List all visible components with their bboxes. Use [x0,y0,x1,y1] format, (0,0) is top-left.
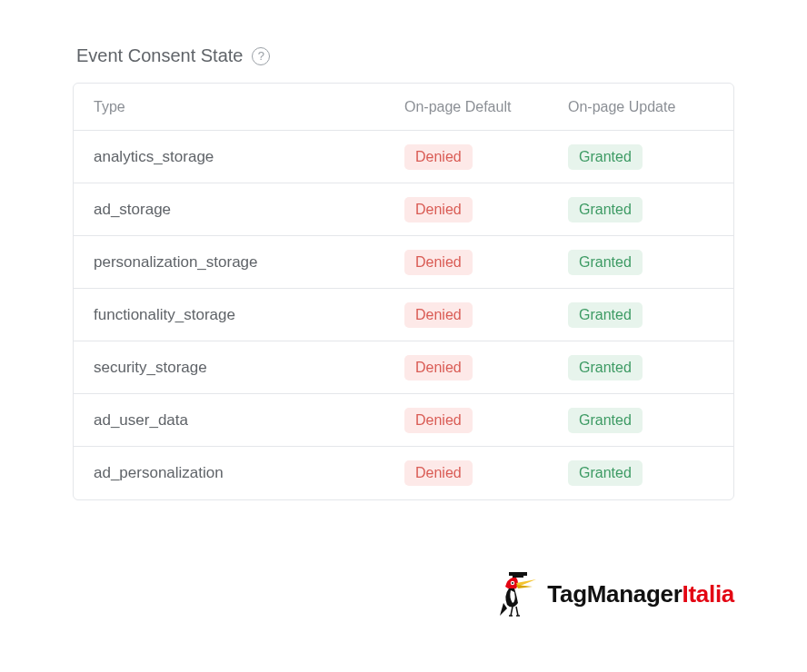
status-badge-granted: Granted [568,144,643,170]
column-header-default: On-page Default [404,99,568,115]
svg-rect-1 [513,572,523,578]
consent-default-cell: Denied [404,144,568,170]
status-badge-denied: Denied [404,302,473,328]
consent-default-cell: Denied [404,355,568,380]
consent-update-cell: Granted [568,460,713,486]
status-badge-denied: Denied [404,197,473,222]
section-title: Event Consent State [76,45,243,66]
consent-type: analytics_storage [94,148,404,166]
consent-update-cell: Granted [568,302,713,328]
column-header-update: On-page Update [568,99,713,115]
brand-logo: TagManagerItalia [500,570,734,618]
consent-table: Type On-page Default On-page Update anal… [73,83,734,500]
consent-update-cell: Granted [568,408,713,433]
consent-update-cell: Granted [568,250,713,275]
svg-point-3 [512,582,513,584]
brand-text-part1: TagManager [547,580,682,608]
table-row: personalization_storage Denied Granted [74,236,733,289]
status-badge-denied: Denied [404,144,473,170]
table-row: security_storage Denied Granted [74,341,733,394]
table-row: ad_personalization Denied Granted [74,447,733,499]
table-row: ad_storage Denied Granted [74,183,733,236]
status-badge-denied: Denied [404,250,473,275]
table-row: analytics_storage Denied Granted [74,131,733,183]
consent-default-cell: Denied [404,302,568,328]
column-header-type: Type [94,99,404,115]
consent-update-cell: Granted [568,355,713,380]
status-badge-granted: Granted [568,302,643,328]
consent-type: ad_personalization [94,464,404,482]
consent-default-cell: Denied [404,250,568,275]
status-badge-granted: Granted [568,460,643,486]
consent-type: functionality_storage [94,306,404,324]
consent-default-cell: Denied [404,460,568,486]
status-badge-granted: Granted [568,408,643,433]
consent-type: ad_storage [94,201,404,219]
consent-update-cell: Granted [568,144,713,170]
help-icon[interactable]: ? [252,47,270,65]
table-header-row: Type On-page Default On-page Update [74,84,733,131]
brand-text: TagManagerItalia [547,580,734,608]
table-row: ad_user_data Denied Granted [74,394,733,447]
consent-type: security_storage [94,359,404,377]
status-badge-denied: Denied [404,355,473,380]
table-row: functionality_storage Denied Granted [74,289,733,341]
svg-line-5 [516,607,518,616]
status-badge-granted: Granted [568,355,643,380]
consent-default-cell: Denied [404,197,568,222]
status-badge-denied: Denied [404,460,473,486]
consent-update-cell: Granted [568,197,713,222]
woodpecker-icon [500,570,540,618]
svg-line-4 [511,607,513,616]
consent-default-cell: Denied [404,408,568,433]
consent-type: personalization_storage [94,253,404,272]
section-header: Event Consent State ? [73,45,734,66]
status-badge-granted: Granted [568,197,643,222]
brand-text-part2: Italia [682,580,734,608]
status-badge-granted: Granted [568,250,643,275]
consent-type: ad_user_data [94,411,404,430]
status-badge-denied: Denied [404,408,473,433]
